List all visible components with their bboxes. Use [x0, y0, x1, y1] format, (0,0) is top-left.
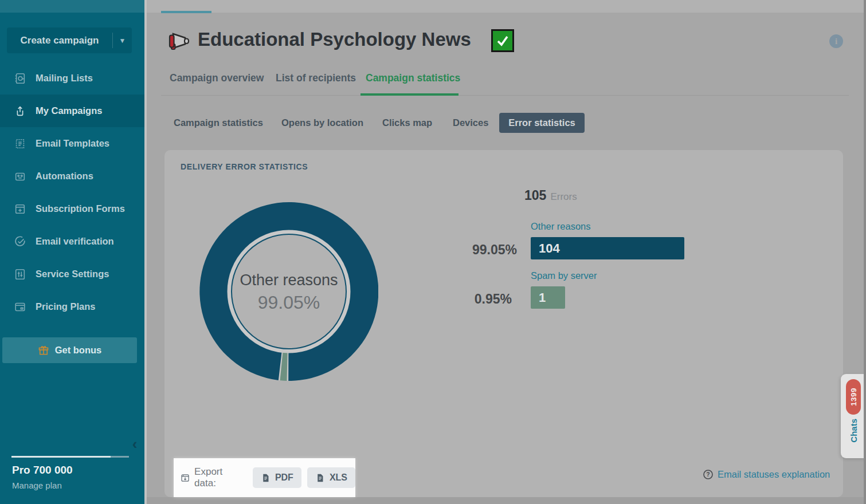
- sidebar-divider: [144, 0, 147, 504]
- donut-inner-light-ring: [229, 232, 348, 351]
- errors-total-number: 105: [524, 188, 546, 203]
- templates-icon: [14, 137, 26, 150]
- pricing-icon: [14, 301, 26, 313]
- sidebar-item-pricing-plans[interactable]: Pricing Plans: [0, 290, 144, 323]
- svg-text:?: ?: [706, 471, 710, 478]
- info-icon[interactable]: i: [829, 34, 843, 48]
- top-accent-bar: [161, 11, 211, 13]
- collapse-sidebar-icon[interactable]: ‹: [127, 435, 142, 452]
- tab-campaign-overview[interactable]: Campaign overview: [170, 72, 264, 84]
- forms-icon: [14, 203, 26, 215]
- subtab-campaign-statistics[interactable]: Campaign statistics: [174, 117, 263, 128]
- verification-icon: [14, 235, 26, 248]
- sidebar-item-email-templates[interactable]: Email Templates: [0, 127, 144, 160]
- export-data-label-wrap: Export data:: [181, 466, 239, 489]
- automations-icon: [14, 170, 26, 183]
- sidebar-item-service-settings[interactable]: Service Settings: [0, 258, 144, 290]
- main-top-strip: [144, 0, 866, 13]
- bar-label-spam-by-server: Spam by server: [531, 270, 597, 281]
- plan-usage-bar: [11, 456, 111, 458]
- chats-label: Chats: [849, 419, 859, 443]
- errors-total-label: Errors: [550, 191, 577, 203]
- donut-center-value: 99.05%: [199, 292, 378, 313]
- window-right-edge: [864, 0, 866, 504]
- app-window: Create campaign ▼ Mailing Lists My Campa…: [0, 0, 866, 504]
- page-title: Educational Psychology News: [198, 29, 471, 50]
- error-donut-chart: [199, 202, 378, 381]
- sidebar-top-strip: [0, 0, 144, 13]
- export-xls-label: XLS: [330, 472, 347, 483]
- percent-spam-by-server: 0.95%: [436, 292, 512, 307]
- subtab-opens-by-location[interactable]: Opens by location: [281, 117, 363, 128]
- get-bonus-button[interactable]: Get bonus: [2, 337, 137, 363]
- bar-spam-by-server: 1: [531, 286, 565, 309]
- section-title: DELIVERY ERROR STATISTICS: [181, 162, 308, 171]
- export-pdf-button[interactable]: PDF: [253, 467, 301, 488]
- page-bottom-strip: [147, 497, 864, 504]
- sidebar-item-label: Email verification: [36, 236, 114, 247]
- export-data-panel: Export data: PDF XLS: [174, 458, 355, 497]
- tabs-border: [161, 95, 849, 96]
- bar-value: 1: [539, 290, 546, 305]
- document-icon: [261, 473, 271, 483]
- sidebar-item-my-campaigns[interactable]: My Campaigns: [0, 94, 144, 127]
- subtab-devices[interactable]: Devices: [453, 117, 488, 128]
- megaphone-icon: [167, 31, 191, 52]
- sidebar-item-label: Pricing Plans: [36, 301, 96, 312]
- bar-label-other-reasons: Other reasons: [531, 221, 591, 232]
- sidebar-item-label: Mailing Lists: [36, 73, 93, 84]
- sidebar: Create campaign ▼ Mailing Lists My Campa…: [0, 0, 144, 504]
- sidebar-item-label: Subscription Forms: [36, 203, 125, 214]
- sidebar-item-automations[interactable]: Automations: [0, 160, 144, 192]
- chats-badge-count: 1399: [849, 388, 858, 406]
- gift-icon: [38, 345, 49, 356]
- export-xls-button[interactable]: XLS: [307, 467, 355, 488]
- create-campaign-label: Create campaign: [7, 35, 112, 46]
- bar-other-reasons: 104: [531, 237, 684, 259]
- sidebar-item-email-verification[interactable]: Email verification: [0, 225, 144, 258]
- get-bonus-label: Get bonus: [55, 345, 102, 356]
- sidebar-item-subscription-forms[interactable]: Subscription Forms: [0, 192, 144, 225]
- settings-icon: [14, 268, 26, 281]
- chats-tab[interactable]: 1399 Chats: [841, 374, 866, 458]
- plan-name: Pro 700 000: [12, 464, 73, 477]
- chats-badge: 1399: [846, 379, 861, 415]
- sidebar-item-mailing-lists[interactable]: Mailing Lists: [0, 62, 144, 94]
- address-book-icon: [14, 72, 26, 85]
- donut-center-label: Other reasons: [199, 271, 378, 289]
- donut-inner-dark-ring: [232, 234, 346, 349]
- errors-total: 105 Errors: [524, 188, 577, 203]
- export-download-icon: [181, 472, 190, 483]
- donut-slice-other-reasons: [199, 202, 378, 381]
- sidebar-item-label: Service Settings: [36, 269, 109, 279]
- export-pdf-label: PDF: [275, 472, 293, 483]
- sidebar-item-label: Automations: [36, 171, 93, 182]
- email-statuses-explanation-label: Email statuses explanation: [718, 469, 830, 480]
- checkmark-icon: [491, 29, 514, 52]
- document-icon: [315, 473, 325, 483]
- subtab-clicks-map[interactable]: Clicks map: [382, 117, 432, 128]
- email-statuses-explanation-link[interactable]: ? Email statuses explanation: [703, 469, 830, 480]
- tab-list-of-recipients[interactable]: List of recipients: [276, 72, 356, 84]
- tab-campaign-statistics[interactable]: Campaign statistics: [366, 72, 460, 84]
- bar-value: 104: [539, 241, 560, 256]
- sidebar-item-label: My Campaigns: [36, 105, 102, 116]
- percent-other-reasons: 99.05%: [436, 242, 517, 258]
- chevron-down-icon[interactable]: ▼: [112, 33, 132, 48]
- sidebar-item-label: Email Templates: [36, 138, 109, 149]
- active-tab-underline: [360, 93, 459, 96]
- plan-usage-bar-remainder: [111, 456, 129, 458]
- subtab-error-statistics[interactable]: Error statistics: [499, 113, 585, 133]
- campaigns-icon: [14, 105, 26, 117]
- create-campaign-button[interactable]: Create campaign ▼: [7, 27, 132, 53]
- question-circle-icon: ?: [703, 469, 714, 480]
- export-data-label: Export data:: [194, 466, 239, 489]
- manage-plan-link[interactable]: Manage plan: [12, 481, 62, 490]
